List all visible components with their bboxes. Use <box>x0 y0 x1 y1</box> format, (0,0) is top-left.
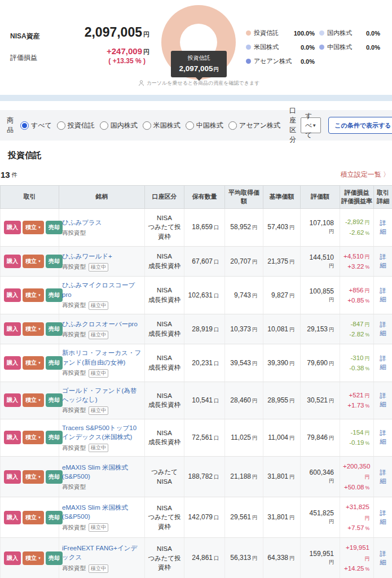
profit-loss-value: +247,009円 <box>34 46 149 56</box>
avg-cost-cell: 10,373円 <box>225 314 263 344</box>
detail-link[interactable]: 詳細 <box>380 430 386 445</box>
buy-button[interactable]: 購入 <box>4 288 21 302</box>
detail-link[interactable]: 詳細 <box>380 469 386 484</box>
fund-name-link[interactable]: ひふみワールド+ <box>62 252 142 261</box>
profit-loss-cell: -2,892円 -2.62% <box>340 208 374 246</box>
fund-name-link[interactable]: ゴールド・ファンド(為替ヘッジなし) <box>62 386 142 404</box>
tsumitate-button[interactable]: 積立▼ <box>23 322 44 336</box>
detail-cell: 詳細 <box>374 419 392 456</box>
product-radio-2[interactable]: 国内株式 <box>100 121 138 130</box>
avg-cost-cell: 29,561円 <box>225 497 263 538</box>
detail-link[interactable]: 詳細 <box>380 287 386 303</box>
radio-input[interactable] <box>100 121 108 130</box>
detail-cell: 詳細 <box>374 208 392 246</box>
col-header-account: 口座区分 <box>145 186 184 209</box>
tsumitate-button[interactable]: 積立▼ <box>23 356 44 370</box>
tsumitate-button[interactable]: 積立▼ <box>23 288 44 302</box>
buy-button[interactable]: 購入 <box>4 511 21 524</box>
fund-name-link[interactable]: 新ホリコ・フォーカス・ファンド(新自由の女神) <box>62 348 142 366</box>
table-row: 購入 積立▼ 売却 eMAXIS Slim 米国株式(S&P500) 再投資型 … <box>1 457 392 497</box>
radio-input[interactable] <box>143 121 151 130</box>
quantity-cell: 72,561口 <box>184 419 225 456</box>
sell-button[interactable]: 売却 <box>46 470 63 484</box>
sell-button[interactable]: 売却 <box>46 255 63 268</box>
sell-button[interactable]: 売却 <box>46 221 63 234</box>
sell-button[interactable]: 売却 <box>46 511 63 524</box>
table-row: 購入 積立▼ 売却 ひふみプラス 再投資型 NISA つみたて投資枠 18,65… <box>1 208 392 246</box>
donut-legend: 投資信託100.0%国内株式0.0%米国株式0.0%中国株式0.0%アセアン株式… <box>246 29 380 65</box>
sell-button[interactable]: 売却 <box>46 356 63 370</box>
fund-name-link[interactable]: ひふみマイクロスコープpro <box>62 281 142 299</box>
product-radio-1[interactable]: 投資信託 <box>57 121 95 130</box>
buy-button[interactable]: 購入 <box>4 255 21 268</box>
dividend-type-label: 再投資型 <box>62 406 86 414</box>
nav-cell: 57,403円 <box>263 208 301 246</box>
fund-name-link[interactable]: eMAXIS Slim 米国株式(S&P500) <box>62 503 142 521</box>
sell-button[interactable]: 売却 <box>46 322 63 336</box>
account-type-cell: NISA 成長投資枠 <box>145 419 184 456</box>
radio-input[interactable] <box>186 121 194 130</box>
profit-loss-cell: +31,825円 +7.57% <box>340 497 374 538</box>
avg-cost-cell: 9,743円 <box>225 277 263 314</box>
account-type-cell: NISA 成長投資枠 <box>145 314 184 344</box>
product-radio-4[interactable]: 中国株式 <box>186 121 223 130</box>
trade-cell: 購入 積立▼ 売却 <box>1 208 59 246</box>
account-type-select[interactable]: すべて ▼ <box>301 117 321 133</box>
fund-name-link[interactable]: ひふみプラス <box>62 218 142 227</box>
detail-link[interactable]: 詳細 <box>380 321 386 336</box>
chevron-down-icon: ▼ <box>38 226 41 229</box>
fund-name-link[interactable]: eMAXIS Slim 米国株式(S&P500) <box>62 463 142 481</box>
apply-filter-button[interactable]: この条件で表示する <box>328 117 392 134</box>
tsumitate-button[interactable]: 積立▼ <box>23 431 44 444</box>
nav-cell: 10,081円 <box>263 314 301 344</box>
product-radio-5[interactable]: アセアン株式 <box>228 121 280 130</box>
tsumitate-active-badge: 積立中 <box>89 406 108 415</box>
detail-link[interactable]: 詳細 <box>380 510 386 525</box>
detail-link[interactable]: 詳細 <box>380 550 386 566</box>
sell-button[interactable]: 売却 <box>46 393 63 407</box>
sell-button[interactable]: 売却 <box>46 431 63 444</box>
fund-cell: iFreeNEXT FANG+インデックス 再投資型 積立中 <box>59 538 145 578</box>
buy-button[interactable]: 購入 <box>4 322 21 336</box>
tsumitate-active-badge: 積立中 <box>89 564 108 573</box>
fund-name-link[interactable]: Tracers S&P500トップ10インデックス(米国株式) <box>62 423 142 441</box>
tsumitate-button[interactable]: 積立▼ <box>23 470 44 484</box>
detail-cell: 詳細 <box>374 344 392 382</box>
buy-button[interactable]: 購入 <box>4 470 21 484</box>
tsumitate-active-badge: 積立中 <box>89 331 108 339</box>
buy-button[interactable]: 購入 <box>4 393 21 407</box>
account-type-cell: NISA つみたて投資枠 <box>145 538 184 578</box>
trade-cell: 購入 積立▼ 売却 <box>1 246 59 277</box>
product-radio-0[interactable]: すべて <box>20 121 52 130</box>
market-value-cell: 100,855円 <box>301 277 340 314</box>
dividend-type-label: 再投資型 <box>62 564 86 572</box>
sell-button[interactable]: 売却 <box>46 288 63 302</box>
detail-link[interactable]: 詳細 <box>380 355 386 370</box>
fund-name-link[interactable]: ひふみクロスオーバーpro <box>62 319 142 329</box>
buy-button[interactable]: 購入 <box>4 431 21 444</box>
buy-button[interactable]: 購入 <box>4 356 21 370</box>
tsumitate-button[interactable]: 積立▼ <box>23 221 44 234</box>
buy-button[interactable]: 購入 <box>4 551 21 565</box>
product-radio-3[interactable]: 米国株式 <box>143 121 180 130</box>
fund-name-link[interactable]: iFreeNEXT FANG+インデックス <box>62 544 142 562</box>
tsumitate-button[interactable]: 積立▼ <box>23 255 44 268</box>
detail-link[interactable]: 詳細 <box>380 392 386 408</box>
account-filter-label: 口座区分 <box>289 106 296 144</box>
detail-link[interactable]: 詳細 <box>380 220 386 235</box>
radio-input[interactable] <box>228 121 237 130</box>
tsumitate-button[interactable]: 積立▼ <box>23 511 44 524</box>
buy-button[interactable]: 購入 <box>4 221 21 234</box>
radio-input[interactable] <box>57 121 65 130</box>
tsumitate-settings-link[interactable]: 積立設定一覧 〉 <box>341 170 390 179</box>
profit-loss-cell: -154円 -0.19% <box>340 419 374 456</box>
detail-link[interactable]: 詳細 <box>380 253 386 269</box>
market-value-cell: 79,690円 <box>301 344 340 382</box>
section-divider <box>0 95 392 101</box>
legend-dot-icon <box>246 45 251 50</box>
sell-button[interactable]: 売却 <box>46 551 63 565</box>
radio-input[interactable] <box>20 121 29 130</box>
tsumitate-button[interactable]: 積立▼ <box>23 551 44 565</box>
tsumitate-button[interactable]: 積立▼ <box>23 393 44 407</box>
tsumitate-active-badge: 積立中 <box>89 369 108 378</box>
